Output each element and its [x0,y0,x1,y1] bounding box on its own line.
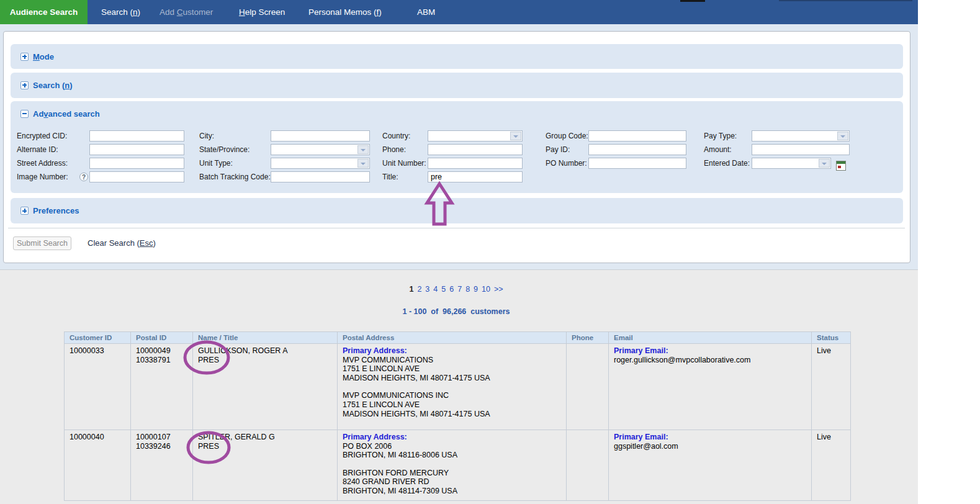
cell-postal-id: 1000004910338791 [131,344,193,430]
chevron-down-icon[interactable] [819,159,830,168]
section-advanced-header[interactable]: Advanced search [11,101,903,126]
cell-phone [567,430,609,501]
chevron-down-icon[interactable] [837,132,848,140]
result-count: 1 - 100 of 96,266 customers [0,307,912,316]
cell-name-title: GULLICKSON, ROGER APRES [193,344,338,430]
table-row: 10000033 1000004910338791 GULLICKSON, RO… [65,344,851,430]
page-link[interactable]: 6 [449,285,454,294]
street-address-label: Street Address: [17,158,68,169]
cell-email: Primary Email: ggspitler@aol.com [609,430,812,501]
audience-search-app: Audience Search Search (n) Add Customer … [0,0,980,504]
image-number-input[interactable] [89,171,184,182]
page-link[interactable]: 3 [425,285,429,294]
state-province-select[interactable] [271,144,370,155]
col-postal-address: Postal Address [338,332,567,344]
cell-email: Primary Email: roger.gullickson@mvpcolla… [609,344,812,430]
tab-audience-search[interactable]: Audience Search [0,0,88,24]
expand-icon[interactable] [20,53,29,61]
city-input[interactable] [271,130,370,142]
section-preferences: Preferences [11,198,903,223]
cell-customer-id: 10000033 [65,344,131,430]
section-mode-header[interactable]: Mode [11,44,903,69]
chevron-down-icon[interactable] [510,132,521,140]
country-select[interactable] [428,130,523,142]
page-link[interactable]: 7 [457,285,462,294]
nav-personal-memos[interactable]: Personal Memos (f) [308,0,382,24]
calendar-icon-top [837,161,845,164]
group-code-input[interactable] [588,130,686,142]
cell-status: Live [812,344,851,430]
pay-id-input[interactable] [588,144,686,155]
nav-search[interactable]: Search (n) [101,0,140,24]
section-mode-title: Mode [33,52,54,61]
search-panel: Mode Search (n) Advanced search Encrypte… [3,31,910,263]
unit-type-label: Unit Type: [199,158,233,169]
table-header-row: Customer ID Postal ID Name / Title Posta… [65,332,851,344]
page-link[interactable]: 5 [441,285,446,294]
top-edge-artifact-navy [779,0,912,1]
entered-date-label: Entered Date: [704,158,750,169]
col-postal-id: Postal ID [131,332,193,344]
section-mode: Mode [11,44,903,69]
section-advanced-title: Advanced search [33,109,100,119]
help-icon[interactable]: ? [79,173,88,181]
cell-customer-id: 10000040 [65,430,131,501]
group-code-label: Group Code: [546,130,588,142]
section-search-header[interactable]: Search (n) [11,73,903,97]
submit-search-button[interactable]: Submit Search [13,236,71,250]
results-table: Customer ID Postal ID Name / Title Posta… [64,331,851,501]
po-number-label: PO Number: [546,158,587,169]
encrypted-cid-label: Encrypted CID: [17,130,67,142]
title-input[interactable] [428,171,523,182]
city-label: City: [199,130,214,142]
cell-name-title: SPITLER, GERALD GPRES [193,430,338,501]
nav-add-customer[interactable]: Add Customer [160,0,213,24]
page-link[interactable]: 10 [482,285,490,294]
nav-help-screen-label: Help Screen [239,7,285,17]
tab-audience-search-label: Audience Search [10,7,78,17]
cell-postal-id: 1000010710339246 [131,430,193,501]
section-preferences-title: Preferences [33,206,79,215]
nav-help-screen[interactable]: Help Screen [239,0,285,24]
table-row: 10000040 1000010710339246 SPITLER, GERAL… [65,430,851,501]
unit-type-select[interactable] [271,158,370,169]
top-edge-artifact-dark [680,0,705,2]
nav-abm[interactable]: ABM [417,0,435,24]
pay-type-label: Pay Type: [704,130,737,142]
cell-status: Live [812,430,851,501]
chevron-down-icon[interactable] [357,159,369,168]
expand-icon[interactable] [20,207,29,215]
col-phone: Phone [567,332,609,344]
title-label: Title: [382,171,398,182]
divider [8,228,905,228]
collapse-icon[interactable] [20,110,29,118]
page-link[interactable]: 4 [433,285,438,294]
phone-input[interactable] [428,144,523,155]
encrypted-cid-input[interactable] [89,130,184,142]
pay-type-select[interactable] [752,130,850,142]
batch-tracking-code-input[interactable] [271,171,370,182]
alternate-id-label: Alternate ID: [17,144,58,155]
cell-postal-address: Primary Address: MVP COMMUNICATIONS1751 … [338,344,567,430]
unit-number-input[interactable] [428,158,523,169]
expand-icon[interactable] [20,81,29,89]
nav-abm-label: ABM [417,7,435,17]
page-next-link[interactable]: >> [494,285,503,294]
street-address-input[interactable] [89,158,184,169]
amount-input[interactable] [752,144,850,155]
nav-personal-memos-label: Personal Memos (f) [308,7,382,17]
page-link[interactable]: 2 [417,285,421,294]
clear-search-link[interactable]: Clear Search (Esc) [88,236,156,250]
col-status: Status [812,332,851,344]
section-preferences-header[interactable]: Preferences [11,198,903,223]
page-link[interactable]: 8 [465,285,470,294]
page-link[interactable]: 9 [474,285,478,294]
alternate-id-input[interactable] [89,144,184,155]
unit-number-label: Unit Number: [382,158,426,169]
page-current: 1 [409,285,413,294]
entered-date-select[interactable] [752,158,831,169]
chevron-down-icon[interactable] [357,145,369,154]
nav-add-customer-label: Add Customer [160,7,213,17]
po-number-input[interactable] [588,158,686,169]
calendar-icon[interactable] [836,161,846,171]
